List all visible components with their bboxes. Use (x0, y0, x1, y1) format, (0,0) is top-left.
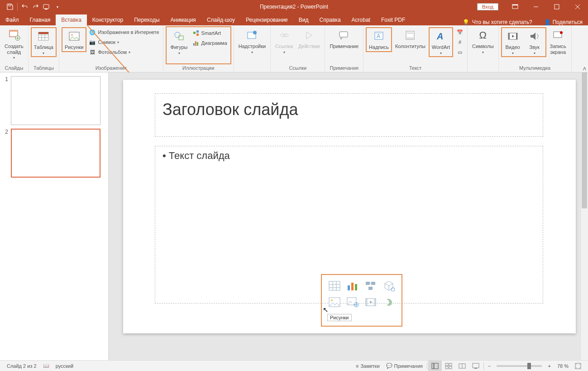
headerfooter-button[interactable]: Колонтитулы (393, 27, 428, 50)
svg-rect-27 (193, 43, 195, 46)
svg-point-22 (175, 32, 180, 38)
ribbon-display-options-icon[interactable] (505, 0, 526, 14)
slide-thumbnail-2[interactable] (11, 129, 100, 178)
comment-button[interactable]: Примечание (327, 27, 361, 50)
fit-to-window-icon[interactable] (572, 361, 584, 371)
svg-rect-62 (347, 298, 356, 305)
zoom-slider[interactable] (497, 365, 542, 367)
collapse-ribbon-icon[interactable]: ᐱ (583, 66, 586, 71)
insert-icon-icon[interactable] (382, 296, 396, 308)
svg-rect-54 (351, 283, 354, 290)
redo-icon[interactable] (30, 0, 41, 13)
tab-foxit[interactable]: Foxit PDF (376, 14, 411, 25)
notes-button[interactable]: ≡Заметки (353, 361, 383, 371)
language-button[interactable]: русский (53, 361, 76, 371)
slide-thumbnail-1[interactable] (11, 76, 100, 125)
audio-button[interactable]: Звук ▾ (524, 28, 545, 56)
new-slide-label: Создать слайд (5, 43, 24, 55)
vertical-scrollbar[interactable] (580, 72, 588, 360)
photo-album-button[interactable]: 🖼Фотоальбом ▾ (87, 47, 160, 57)
save-icon[interactable] (5, 0, 15, 13)
audio-label: Звук (529, 44, 540, 50)
zoom-out-button[interactable]: − (485, 361, 494, 371)
slide-number-button[interactable]: # (455, 37, 465, 47)
group-text-label: Текст (366, 64, 465, 72)
close-icon[interactable] (567, 0, 588, 14)
wordart-button[interactable]: A WordArt ▾ (429, 27, 453, 57)
screenshot-button[interactable]: 📷Снимок ▾ (87, 37, 160, 47)
tab-insert[interactable]: Вставка (56, 14, 87, 25)
insert-smartart-icon[interactable] (364, 279, 378, 292)
content-placeholder[interactable]: Текст слайда ↖ Рисунки (155, 146, 543, 304)
undo-icon[interactable] (19, 0, 30, 13)
tab-review[interactable]: Рецензирование (240, 14, 293, 25)
pictures-button[interactable]: Рисунки (62, 27, 87, 52)
thumb-number: 2 (3, 129, 8, 135)
minimize-icon[interactable] (526, 0, 546, 14)
smartart-button[interactable]: SmartArt (191, 28, 229, 38)
insert-picture-icon[interactable] (328, 296, 341, 308)
slide-counter[interactable]: Слайд 2 из 2 (4, 361, 40, 371)
svg-rect-71 (445, 366, 448, 369)
tell-me-search[interactable]: 💡 Что вы хотите сделать? (456, 19, 539, 25)
action-button: Действие (296, 27, 322, 50)
link-button: Ссылка ▾ (273, 27, 295, 55)
screenshot-label: Снимок (98, 39, 115, 45)
reading-view-icon[interactable] (455, 361, 469, 371)
svg-rect-55 (355, 284, 357, 290)
table-button[interactable]: Таблица ▾ (31, 27, 57, 57)
tab-home[interactable]: Главная (24, 14, 56, 25)
insert-table-icon[interactable] (328, 279, 341, 292)
comments-button[interactable]: 💬Примечания (383, 361, 426, 371)
tab-transitions[interactable]: Переходы (129, 14, 165, 25)
share-button[interactable]: 👤 Поделиться (539, 19, 588, 25)
chart-button[interactable]: Диаграмма (191, 38, 229, 48)
insert-online-picture-icon[interactable] (346, 296, 359, 308)
date-time-button[interactable]: 📅 (455, 27, 465, 37)
body-placeholder-text: Текст слайда (163, 150, 535, 162)
zoom-level[interactable]: 78 % (554, 361, 572, 371)
maximize-icon[interactable] (546, 0, 567, 14)
ribbon-tabs: Файл Главная Вставка Конструктор Переход… (0, 14, 588, 25)
slide-sorter-icon[interactable] (442, 361, 455, 371)
spellcheck-icon[interactable]: 📖 (40, 361, 53, 371)
smartart-label: SmartArt (201, 30, 221, 36)
start-from-beginning-icon[interactable] (41, 0, 52, 13)
svg-rect-58 (368, 287, 373, 290)
object-button[interactable]: ▭ (455, 47, 465, 57)
screen-recording-button[interactable]: Запись экрана (547, 27, 569, 56)
new-slide-button[interactable]: Создать слайд ▾ (2, 27, 26, 61)
symbols-label: Символы (472, 43, 494, 49)
tab-design[interactable]: Конструктор (87, 14, 129, 25)
insert-video-icon[interactable] (364, 296, 378, 308)
tab-file[interactable]: Файл (0, 14, 24, 25)
audio-icon (527, 29, 542, 43)
textbox-button[interactable]: A Надпись (366, 27, 392, 52)
video-icon (506, 29, 520, 43)
online-pictures-label: Изображения в Интернете (98, 29, 159, 35)
slideshow-view-icon[interactable] (469, 361, 483, 371)
omega-icon: Ω (476, 28, 490, 43)
addins-button[interactable]: Надстройки ▾ (236, 27, 268, 55)
insert-chart-icon[interactable] (346, 279, 359, 292)
current-slide[interactable]: Заголовок слайда Текст слайда ↖ Рисунки (123, 80, 576, 333)
tab-help[interactable]: Справка (314, 14, 346, 25)
album-icon: 🖼 (89, 48, 96, 56)
symbols-button[interactable]: Ω Символы ▾ (470, 27, 496, 55)
video-button[interactable]: Видео ▾ (502, 28, 524, 56)
tab-animations[interactable]: Анимация (165, 14, 201, 25)
normal-view-icon[interactable] (428, 361, 442, 371)
login-button[interactable]: Вход (477, 3, 498, 10)
tab-view[interactable]: Вид (293, 14, 314, 25)
comments-label: Примечания (394, 363, 423, 369)
zoom-in-button[interactable]: + (545, 361, 554, 371)
qat-customize-icon[interactable]: ▾ (52, 0, 63, 13)
online-pictures-button[interactable]: 🌐Изображения в Интернете (87, 27, 160, 37)
new-slide-icon (7, 28, 21, 43)
title-placeholder[interactable]: Заголовок слайда (155, 93, 543, 137)
tab-acrobat[interactable]: Acrobat (346, 14, 376, 25)
shapes-icon (172, 29, 186, 43)
shapes-button[interactable]: Фигуры ▾ (168, 28, 190, 56)
insert-3d-icon[interactable] (382, 279, 396, 292)
tab-slideshow[interactable]: Слайд-шоу (201, 14, 240, 25)
